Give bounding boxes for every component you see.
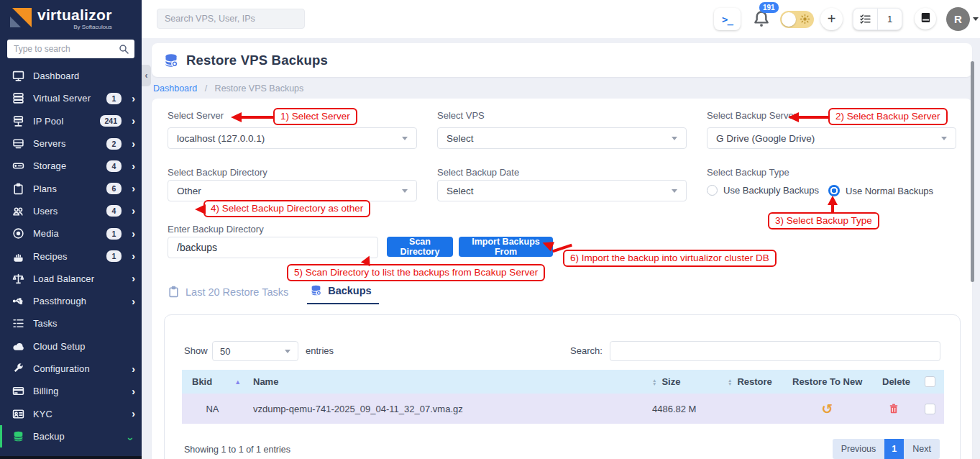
wrench-icon (12, 363, 24, 375)
backup-directory-input[interactable] (168, 237, 378, 258)
add-button[interactable]: + (820, 8, 843, 30)
annotation-2-arrow (799, 116, 829, 119)
annotation-5: 5) Scan Directory to list the backups fr… (287, 264, 545, 281)
sidebar-item-virtual-server[interactable]: Virtual Server 1 › (0, 87, 142, 109)
sidebar-item-media[interactable]: Media 1 › (0, 222, 142, 245)
notification-count-badge: 191 (759, 2, 779, 13)
sidebar-item-load-balancer[interactable]: Load Balancer › (0, 268, 142, 290)
tasks-icon (12, 317, 24, 330)
monitor-icon (12, 70, 24, 82)
chevron-right-icon: › (126, 205, 135, 217)
pagination: Previous 1 Next (833, 439, 940, 459)
select-vps-dropdown[interactable]: Select (437, 127, 687, 149)
radio-backuply-backups[interactable]: Use Backuply Backups (707, 185, 819, 196)
database-icon (12, 430, 24, 442)
pagination-page-1[interactable]: 1 (884, 439, 904, 459)
user-menu-caret-icon[interactable] (973, 17, 979, 21)
breadcrumb-dashboard-link[interactable]: Dashboard (153, 83, 197, 94)
sidebar-item-recipes[interactable]: Recipes 1 › (0, 245, 142, 267)
sort-icon: ▲▼ (652, 378, 656, 386)
sidebar-item-billing[interactable]: Billing › (0, 380, 142, 402)
row-checkbox[interactable] (915, 404, 944, 414)
checkbox-icon (925, 376, 935, 387)
main-content: ‹ Restore VPS Backups Dashboard / Restor… (142, 38, 980, 459)
sidebar-item-storage[interactable]: Storage 4 › (0, 155, 142, 177)
sidebar-item-ip-pool[interactable]: IP Pool 241 › (0, 110, 142, 132)
bell-icon (752, 18, 771, 30)
card-icon (12, 385, 24, 397)
docs-button[interactable] (915, 8, 936, 29)
sidebar-item-dashboard[interactable]: Dashboard (0, 65, 142, 87)
backups-table: Bkid▲ Name ▲▼Size ▲▼Restore Restore To N… (182, 370, 944, 424)
column-size[interactable]: ▲▼Size (642, 376, 718, 387)
restore-backups-card: Select Server localhost (127.0.0.1) Sele… (152, 99, 972, 459)
delete-button[interactable] (872, 403, 915, 415)
scrollbar[interactable] (971, 61, 974, 282)
notifications-button[interactable]: 191 (752, 9, 771, 29)
restore-to-new-button[interactable]: ↺ (782, 401, 872, 417)
annotation-6: 6) Import the backup into virtualizor cl… (563, 250, 777, 267)
sidebar-nav: Dashboard Virtual Server 1 › IP Pool 241… (0, 65, 142, 447)
sidebar-search-input[interactable] (7, 40, 134, 58)
task-list-button[interactable]: 1 (853, 8, 902, 30)
terminal-button[interactable]: >_ (714, 8, 741, 30)
chevron-right-icon: › (126, 386, 135, 397)
tab-last-20-restore-tasks[interactable]: Last 20 Restore Tasks (168, 286, 288, 304)
sidebar-item-users[interactable]: Users 4 › (0, 200, 142, 222)
sidebar-item-kyc[interactable]: KYC › (0, 402, 142, 424)
column-name[interactable]: Name (243, 376, 642, 387)
table-search-input[interactable] (610, 341, 940, 361)
brand-tagline: By Softaculous (37, 24, 112, 30)
plus-icon: + (828, 11, 836, 27)
sidebar-item-backup[interactable]: Backup › (0, 425, 142, 447)
select-backup-directory-dropdown[interactable]: Other (168, 180, 417, 201)
import-backups-button[interactable]: Import Backups From (459, 237, 553, 257)
column-restore-to-new[interactable]: Restore To New (782, 376, 872, 387)
select-backup-date-dropdown[interactable]: Select (437, 180, 687, 201)
select-vps-label: Select VPS (437, 110, 485, 121)
chevron-right-icon: › (126, 273, 135, 284)
scan-directory-button[interactable]: Scan Directory (387, 237, 453, 257)
pagination-next[interactable]: Next (904, 439, 940, 459)
disc-icon (12, 227, 24, 240)
backups-table-card: Show 50 entries Search: Bkid▲ Name ▲▼Siz… (164, 314, 961, 459)
radio-checked-icon (828, 185, 840, 196)
user-avatar[interactable]: R (946, 7, 970, 31)
brand-name: virtualizor (37, 7, 112, 23)
sidebar-item-passthrough[interactable]: Passthrough › (0, 290, 142, 312)
radio-unchecked-icon (707, 185, 718, 196)
select-backup-server-label: Select Backup Server (707, 110, 797, 121)
sidebar-item-servers[interactable]: Servers 2 › (0, 132, 142, 155)
select-server-dropdown[interactable]: localhost (127.0.0.1) (168, 127, 417, 149)
restore-backups-icon (163, 53, 179, 68)
sidebar-item-plans[interactable]: Plans 6 › (0, 177, 142, 199)
chevron-right-icon: › (126, 115, 135, 127)
topbar: >_ 191 + 1 R (142, 0, 980, 38)
global-search-input[interactable] (157, 9, 305, 29)
tab-backups[interactable]: Backups (307, 284, 378, 304)
sort-icon: ▲▼ (728, 378, 732, 386)
column-restore[interactable]: ▲▼Restore (718, 376, 782, 387)
sidebar-item-tasks[interactable]: Tasks (0, 312, 142, 335)
sidebar-item-cloud-setup[interactable]: Cloud Setup (0, 335, 142, 358)
pagination-previous[interactable]: Previous (833, 439, 885, 459)
checklist-icon (853, 13, 877, 25)
show-label: Show (184, 345, 208, 356)
page-size-dropdown[interactable]: 50 (212, 341, 298, 361)
trash-icon (888, 403, 899, 415)
sun-icon (800, 14, 810, 24)
theme-toggle[interactable] (780, 11, 814, 28)
select-backup-server-dropdown[interactable]: G Drive (Google Drive) (707, 127, 956, 149)
clipboard-icon (12, 183, 24, 195)
sidebar-collapse-button[interactable]: ‹ (142, 65, 151, 86)
sidebar-item-configuration[interactable]: Configuration › (0, 358, 142, 380)
column-bkid[interactable]: Bkid▲ (182, 376, 243, 387)
column-delete[interactable]: Delete (872, 376, 915, 387)
brand-logo[interactable]: virtualizor By Softaculous (0, 0, 142, 35)
count-badge: 6 (106, 183, 122, 194)
chevron-right-icon: › (126, 228, 135, 240)
scales-icon (12, 273, 24, 285)
table-search-label: Search: (570, 345, 603, 356)
select-all-checkbox[interactable] (915, 376, 944, 387)
radio-normal-backups[interactable]: Use Normal Backups (828, 185, 933, 196)
